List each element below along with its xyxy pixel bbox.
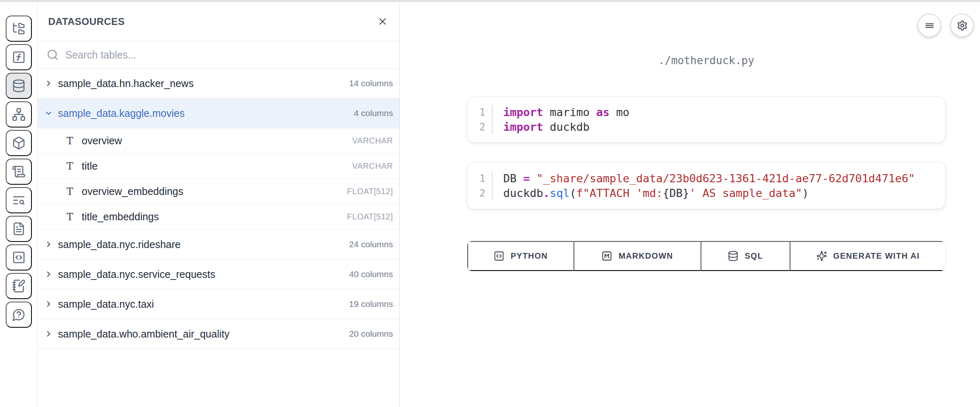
rail-item-scratchpad[interactable] <box>6 273 32 299</box>
code-square-icon <box>493 250 505 262</box>
notebook-main-area: ./motherduck.py 12import marimo as moimp… <box>400 2 980 407</box>
window-top-strip <box>0 0 980 2</box>
scroll-text-icon <box>12 165 26 179</box>
function-square-icon <box>12 50 26 64</box>
add-cell-markdown-button[interactable]: MARKDOWN <box>574 241 701 271</box>
datasources-panel: DATASOURCES sample_data.hn.hacker_news14… <box>38 2 400 407</box>
column-name: title <box>82 160 98 172</box>
type-text-icon: T <box>64 212 76 222</box>
rail-item-logs[interactable] <box>6 159 32 185</box>
close-icon <box>377 16 388 27</box>
close-panel-button[interactable] <box>377 16 388 27</box>
code-cell[interactable]: 12DB = "_share/sample_data/23b0d623-1361… <box>467 162 946 209</box>
chevron-right-icon <box>44 329 53 338</box>
code-editor[interactable]: DB = "_share/sample_data/23b0d623-1361-4… <box>493 171 915 201</box>
code-square-icon <box>12 250 26 264</box>
add-cell-generate-with-ai-button[interactable]: GENERATE WITH AI <box>790 241 945 271</box>
chevron-down-icon <box>44 109 53 118</box>
table-column-count: 19 columns <box>349 299 393 309</box>
add-cell-button-label: MARKDOWN <box>618 251 673 261</box>
column-name: title_embeddings <box>82 211 159 223</box>
search-input[interactable] <box>65 41 400 68</box>
datasource-table-row[interactable]: sample_data.who.ambient_air_quality20 co… <box>38 319 400 349</box>
sparkles-icon <box>816 250 827 262</box>
code-cell[interactable]: 12import marimo as moimport duckdb <box>467 96 946 143</box>
notebook-filename[interactable]: ./motherduck.py <box>467 54 946 67</box>
datasource-column-row[interactable]: Toverview_embeddingsFLOAT[512] <box>38 179 400 204</box>
notebook-pen-icon <box>12 279 26 293</box>
datasource-table-row[interactable]: sample_data.kaggle.movies4 columns <box>38 98 400 128</box>
type-text-icon: T <box>64 161 76 171</box>
gear-icon <box>957 20 968 31</box>
datasource-table-row[interactable]: sample_data.hn.hacker_news14 columns <box>38 69 400 98</box>
datasource-column-row[interactable]: ToverviewVARCHAR <box>38 128 400 154</box>
datasource-column-row[interactable]: TtitleVARCHAR <box>38 154 400 179</box>
add-cell-button-label: SQL <box>745 251 763 261</box>
line-numbers: 12 <box>467 105 493 134</box>
folder-tree-icon <box>12 22 26 36</box>
table-search-row <box>38 41 400 69</box>
add-cell-sql-button[interactable]: SQL <box>701 241 790 271</box>
add-cell-button-label: PYTHON <box>511 251 548 261</box>
database-icon <box>12 79 26 93</box>
line-numbers: 12 <box>467 171 493 201</box>
column-type: FLOAT[512] <box>347 212 393 221</box>
column-name: overview_embeddings <box>82 186 183 197</box>
chevron-right-icon <box>44 300 53 309</box>
rail-item-help[interactable] <box>6 302 32 328</box>
table-column-count: 20 columns <box>349 329 393 339</box>
add-cell-python-button[interactable]: PYTHON <box>467 241 574 271</box>
table-column-count: 24 columns <box>349 239 393 249</box>
chevron-right-icon <box>44 79 53 88</box>
search-icon <box>47 49 59 61</box>
table-list: sample_data.hn.hacker_news14 columnssamp… <box>38 69 400 349</box>
column-type: FLOAT[512] <box>347 187 393 196</box>
type-text-icon: T <box>64 136 76 146</box>
table-name: sample_data.who.ambient_air_quality <box>58 328 230 340</box>
table-column-count: 4 columns <box>354 108 393 118</box>
type-text-icon: T <box>64 187 76 197</box>
datasource-table-row[interactable]: sample_data.nyc.taxi19 columns <box>38 289 400 319</box>
add-cell-button-label: GENERATE WITH AI <box>833 251 920 261</box>
box-icon <box>12 136 26 150</box>
datasource-table-row[interactable]: sample_data.nyc.service_requests40 colum… <box>38 259 400 289</box>
rail-item-file-explorer[interactable] <box>6 16 32 42</box>
markdown-icon <box>601 250 612 262</box>
table-name: sample_data.nyc.rideshare <box>58 239 181 250</box>
chevron-right-icon <box>44 270 53 279</box>
table-name: sample_data.nyc.service_requests <box>58 268 215 280</box>
datasources-panel-header: DATASOURCES <box>38 2 400 41</box>
chevron-right-icon <box>44 240 53 249</box>
table-name: sample_data.nyc.taxi <box>58 298 154 310</box>
help-chat-icon <box>12 308 26 322</box>
table-name: sample_data.kaggle.movies <box>58 107 185 119</box>
icon-rail <box>0 2 38 407</box>
rail-item-packages[interactable] <box>6 130 32 156</box>
rail-item-functions[interactable] <box>6 44 32 70</box>
rail-item-snippets[interactable] <box>6 244 32 271</box>
network-icon <box>12 107 26 121</box>
rail-item-datasources[interactable] <box>6 73 32 99</box>
table-name: sample_data.hn.hacker_news <box>58 78 194 89</box>
code-editor[interactable]: import marimo as moimport duckdb <box>493 105 630 134</box>
rail-item-dependencies[interactable] <box>6 101 32 127</box>
notebook-content: ./motherduck.py 12import marimo as moimp… <box>467 2 946 407</box>
datasource-table-row[interactable]: sample_data.nyc.rideshare24 columns <box>38 230 400 259</box>
add-cell-button-group: PYTHONMARKDOWNSQLGENERATE WITH AI <box>467 241 946 271</box>
column-name: overview <box>82 135 122 147</box>
panel-title: DATASOURCES <box>48 16 125 27</box>
database-icon <box>728 250 739 262</box>
text-search-icon <box>12 193 26 207</box>
rail-item-tracing[interactable] <box>6 187 32 213</box>
column-type: VARCHAR <box>352 161 393 171</box>
file-text-icon <box>12 222 26 236</box>
table-column-count: 14 columns <box>349 78 393 88</box>
settings-button[interactable] <box>950 13 974 37</box>
rail-item-documentation[interactable] <box>6 216 32 242</box>
table-column-count: 40 columns <box>349 269 393 279</box>
datasource-column-row[interactable]: Ttitle_embeddingsFLOAT[512] <box>38 204 400 230</box>
column-type: VARCHAR <box>352 136 393 145</box>
